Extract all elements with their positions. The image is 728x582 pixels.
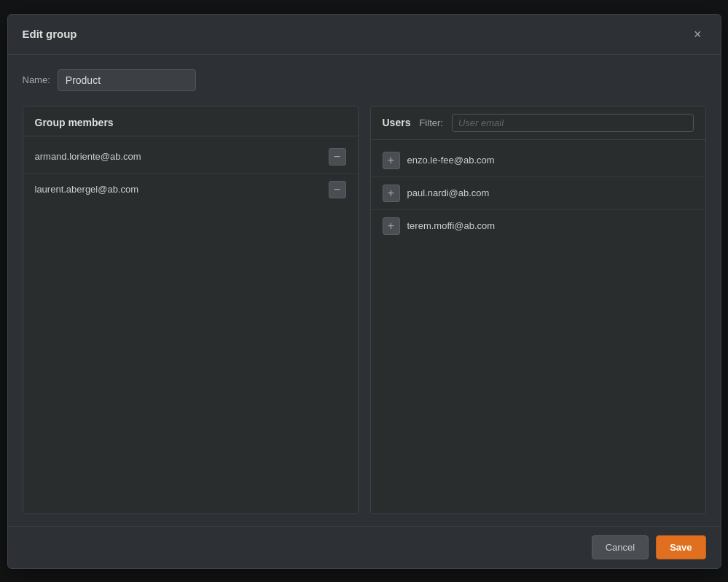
- dialog-header: Edit group ×: [8, 15, 721, 55]
- edit-group-dialog: Edit group × Name: Group members: [7, 14, 721, 569]
- user-email: paul.nardi@ab.com: [407, 187, 490, 198]
- dialog-footer: Cancel Save: [8, 526, 721, 568]
- group-members-header: Group members: [23, 106, 358, 136]
- group-members-panel: Group members armand.loriente@ab.com − l…: [23, 106, 359, 514]
- users-title-area: Users Filter:: [383, 114, 694, 132]
- member-email: laurent.abergel@ab.com: [35, 184, 139, 195]
- user-email: enzo.le-fee@ab.com: [407, 155, 495, 166]
- close-button[interactable]: ×: [689, 26, 706, 42]
- name-row: Name:: [23, 69, 706, 91]
- dialog-body: Name: Group members armand.loriente@ab.c…: [8, 55, 721, 526]
- member-email: armand.loriente@ab.com: [35, 151, 141, 162]
- users-panel-title: Users: [383, 117, 411, 128]
- member-item: laurent.abergel@ab.com −: [23, 174, 358, 206]
- user-item: + terem.moffi@ab.com: [371, 210, 705, 242]
- save-button[interactable]: Save: [656, 535, 705, 559]
- user-email-filter-input[interactable]: [452, 114, 694, 132]
- panels-container: Group members armand.loriente@ab.com − l…: [23, 106, 706, 514]
- user-email: terem.moffi@ab.com: [407, 220, 496, 231]
- add-user-button[interactable]: +: [383, 185, 400, 202]
- add-user-button[interactable]: +: [383, 152, 400, 169]
- modal-overlay: Edit group × Name: Group members: [0, 0, 728, 582]
- member-item: armand.loriente@ab.com −: [23, 141, 358, 174]
- remove-member-button[interactable]: −: [329, 181, 346, 198]
- filter-label: Filter:: [419, 117, 443, 128]
- users-panel-header: Users Filter:: [371, 106, 705, 140]
- remove-member-button[interactable]: −: [329, 148, 346, 166]
- group-members-title: Group members: [35, 117, 114, 128]
- add-user-button[interactable]: +: [383, 217, 400, 235]
- name-input[interactable]: [58, 69, 196, 91]
- user-item: + enzo.le-fee@ab.com: [371, 144, 705, 177]
- users-panel: Users Filter: + enzo.le-fee@ab.com + pa: [370, 106, 706, 514]
- cancel-button[interactable]: Cancel: [592, 535, 649, 559]
- users-list: + enzo.le-fee@ab.com + paul.nardi@ab.com…: [371, 140, 705, 513]
- group-members-list: armand.loriente@ab.com − laurent.abergel…: [23, 136, 358, 513]
- name-label: Name:: [23, 74, 50, 85]
- user-item: + paul.nardi@ab.com: [371, 177, 705, 210]
- dialog-title: Edit group: [23, 28, 77, 40]
